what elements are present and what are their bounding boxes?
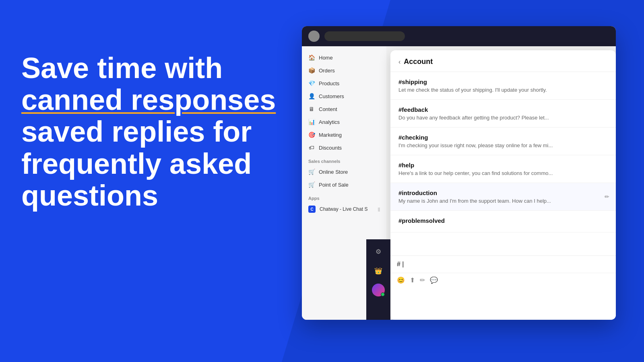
back-arrow-icon[interactable]: ‹ (398, 58, 400, 66)
user-avatar[interactable] (372, 284, 385, 296)
sidebar-item-orders[interactable]: 📦 Orders (302, 64, 386, 77)
sidebar-item-analytics-label: Analytics (319, 119, 340, 125)
headline: Save time with canned responses saved re… (21, 52, 295, 212)
message-icon[interactable]: 💬 (430, 276, 438, 284)
canned-preview-checking: I'm checking your issue right now, pleas… (398, 142, 584, 148)
chat-text-input-wrapper (390, 256, 616, 273)
sidebar-item-home-label: Home (319, 55, 333, 61)
marketing-icon: 🎯 (308, 132, 315, 138)
sidebar-item-marketing[interactable]: 🎯 Marketing (302, 128, 386, 141)
upload-icon[interactable]: ⬆ (410, 276, 415, 284)
mockup-body: 🏠 Home 📦 Orders 💎 Products 👤 Customers 🖥 (302, 46, 616, 320)
canned-preview-introduction: My name is John and I'm from the support… (398, 198, 584, 204)
content-icon: 🖥 (308, 106, 315, 112)
sidebar-item-home[interactable]: 🏠 Home (302, 51, 386, 64)
sidebar-item-online-store-label: Online Store (319, 169, 348, 175)
sales-channels-section-label: Sales channels (302, 154, 386, 165)
mockup-section: 🏠 Home 📦 Orders 💎 Products 👤 Customers 🖥 (282, 0, 644, 362)
chatway-icon: C (308, 206, 316, 213)
canned-tag-shipping: #shipping (398, 78, 608, 85)
canned-item-checking[interactable]: #checking I'm checking your issue right … (390, 128, 616, 155)
headline-line5: questions (21, 179, 158, 212)
sidebar-item-discounts[interactable]: 🏷 Discounts (302, 141, 386, 154)
canned-item-shipping[interactable]: #shipping Let me check the status of you… (390, 72, 616, 100)
pos-icon: 🛒 (308, 181, 315, 188)
hero-text-section: Save time with canned responses saved re… (21, 52, 295, 212)
apps-section-label: Apps (302, 191, 386, 202)
headline-highlight: canned responses (21, 84, 276, 116)
sidebar-item-online-store[interactable]: 🛒 Online Store (302, 165, 386, 178)
chatway-divider: || (378, 207, 380, 212)
canned-item-feedback[interactable]: #feedback Do you have any feedback after… (390, 100, 616, 128)
sidebar-item-customers[interactable]: 👤 Customers (302, 90, 386, 103)
chat-toolbar: 😊 ⬆ ✏ 💬 (390, 273, 616, 287)
canned-tag-problemsolved: #problemsolved (398, 217, 608, 224)
discounts-icon: 🏷 (308, 144, 315, 151)
canned-tag-checking: #checking (398, 134, 608, 141)
settings-icon[interactable]: ⚙ (372, 245, 385, 258)
products-icon: 💎 (308, 80, 315, 86)
canned-item-help[interactable]: #help Here's a link to our help center, … (390, 155, 616, 183)
customers-icon: 👤 (308, 93, 315, 99)
sidebar-item-orders-label: Orders (319, 68, 335, 74)
analytics-icon: 📊 (308, 119, 315, 125)
account-panel-header: ‹ Account (390, 50, 616, 72)
sidebar-item-marketing-label: Marketing (319, 132, 342, 138)
canned-tag-feedback: #feedback (398, 106, 608, 113)
headline-line3: saved replies for (21, 115, 252, 148)
headline-line4: frequently asked (21, 148, 252, 180)
canned-tag-help: #help (398, 162, 608, 169)
headline-line1: Save time with (21, 52, 223, 84)
chat-sidebar: ⚙ 👑 (366, 239, 390, 320)
emoji-icon[interactable]: 😊 (397, 276, 405, 284)
sidebar-item-content-label: Content (319, 106, 337, 112)
sidebar-item-products-label: Products (319, 80, 339, 86)
canned-item-problemsolved[interactable]: #problemsolved (390, 211, 616, 232)
online-store-icon: 🛒 (308, 169, 315, 175)
mockup-header (302, 26, 616, 46)
canned-preview-shipping: Let me check the status of your shipping… (398, 87, 584, 93)
account-panel-title: Account (404, 58, 433, 66)
sidebar-item-analytics[interactable]: 📊 Analytics (302, 115, 386, 128)
crown-icon[interactable]: 👑 (372, 264, 385, 277)
sidebar-item-pos-label: Point of Sale (319, 182, 349, 188)
home-icon: 🏠 (308, 54, 315, 61)
sidebar-item-products[interactable]: 💎 Products (302, 77, 386, 90)
canned-responses-list[interactable]: #shipping Let me check the status of you… (390, 72, 616, 275)
edit-icon[interactable]: ✏ (605, 193, 609, 200)
sidebar-item-pos[interactable]: 🛒 Point of Sale (302, 178, 386, 191)
sidebar-item-chatway-label: Chatway - Live Chat S (320, 206, 367, 212)
canned-tag-introduction: #introduction (398, 189, 608, 196)
sidebar-item-chatway[interactable]: C Chatway - Live Chat S || (302, 202, 386, 216)
sidebar-item-customers-label: Customers (319, 93, 344, 99)
edit-tool-icon[interactable]: ✏ (420, 276, 425, 284)
mockup-avatar (308, 31, 320, 42)
canned-preview-help: Here's a link to our help center, you ca… (398, 170, 584, 176)
mockup-url-bar (324, 31, 405, 41)
shopify-mockup: 🏠 Home 📦 Orders 💎 Products 👤 Customers 🖥 (302, 26, 616, 320)
canned-item-introduction[interactable]: #introduction My name is John and I'm fr… (390, 183, 616, 211)
main-content-area: ‹ Account #shipping Let me check the sta… (386, 46, 616, 320)
chat-text-input[interactable] (397, 261, 609, 268)
sidebar-item-discounts-label: Discounts (319, 145, 342, 151)
orders-icon: 📦 (308, 67, 315, 74)
sidebar-item-content[interactable]: 🖥 Content (302, 103, 386, 115)
canned-preview-feedback: Do you have any feedback after getting t… (398, 115, 584, 121)
chat-input-area: 😊 ⬆ ✏ 💬 (390, 255, 616, 320)
